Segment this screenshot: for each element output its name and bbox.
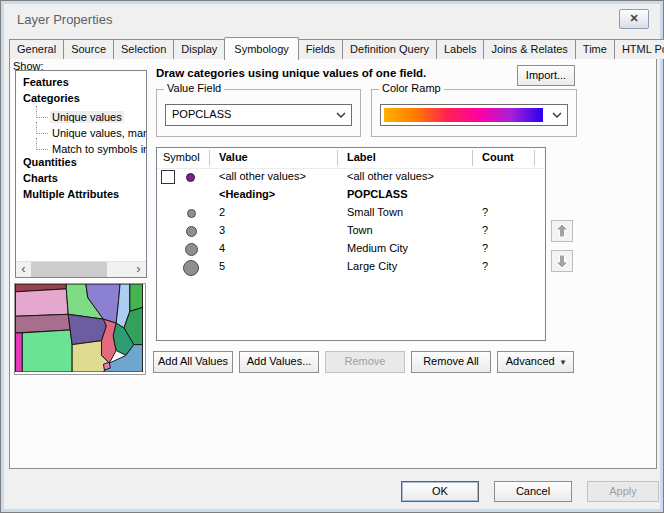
value-field-value: POPCLASS — [172, 108, 231, 120]
value-field-label: Value Field — [164, 82, 224, 94]
move-down-button[interactable] — [551, 250, 573, 272]
table-row[interactable]: 4 Medium City ? — [157, 240, 545, 258]
tree-item-quantities[interactable]: Quantities — [16, 154, 146, 170]
tree-item-categories[interactable]: Categories — [16, 90, 146, 106]
tab-source[interactable]: Source — [63, 39, 114, 59]
unique-values-table: Symbol Value Label Count <all other valu… — [156, 147, 546, 341]
graduated-symbol[interactable] — [185, 243, 198, 256]
all-other-values-checkbox[interactable] — [161, 170, 175, 184]
tree-horizontal-scrollbar[interactable]: ‹ › — [16, 261, 146, 277]
chevron-down-icon — [336, 112, 346, 118]
graduated-symbol[interactable] — [186, 226, 197, 237]
column-header-symbol[interactable]: Symbol — [163, 151, 200, 163]
close-icon[interactable]: ✕ — [619, 9, 649, 29]
arrow-down-icon — [552, 251, 572, 271]
tree-item-match-to-symbols[interactable]: Match to symbols in a — [16, 138, 146, 154]
table-row[interactable]: 5 Large City ? — [157, 258, 545, 276]
advanced-button-label: Advanced — [506, 355, 555, 367]
column-header-label[interactable]: Label — [347, 151, 376, 163]
tab-general[interactable]: General — [9, 39, 64, 59]
tree-item-charts[interactable]: Charts — [16, 170, 146, 186]
color-ramp-combobox[interactable] — [380, 104, 568, 126]
tab-time[interactable]: Time — [575, 39, 615, 59]
cancel-button[interactable]: Cancel — [494, 481, 572, 502]
graduated-symbol[interactable] — [183, 260, 199, 276]
column-divider — [472, 150, 473, 166]
color-ramp-label: Color Ramp — [379, 82, 444, 94]
column-divider — [337, 150, 338, 166]
arrow-up-icon — [552, 221, 572, 241]
graduated-symbol[interactable] — [187, 209, 196, 218]
table-row[interactable]: 2 Small Town ? — [157, 204, 545, 222]
table-header: Symbol Value Label Count — [157, 148, 545, 169]
table-row[interactable]: <all other values> <all other values> — [157, 168, 545, 186]
tree-item-features[interactable]: Features — [16, 74, 146, 90]
scroll-left-icon[interactable]: ‹ — [16, 262, 31, 277]
apply-button[interactable]: Apply — [587, 481, 659, 502]
tab-joins-relates[interactable]: Joins & Relates — [483, 39, 575, 59]
tab-html-popup[interactable]: HTML Popup — [614, 39, 664, 59]
tab-selection[interactable]: Selection — [113, 39, 174, 59]
color-ramp-swatch — [384, 108, 543, 122]
tab-strip: General Source Selection Display Symbolo… — [9, 37, 655, 59]
tree-branch-icon — [36, 138, 48, 150]
tab-display[interactable]: Display — [173, 39, 225, 59]
tree-item-unique-values[interactable]: Unique values — [16, 106, 146, 122]
tree-branch-icon — [36, 106, 48, 118]
column-divider — [534, 150, 535, 166]
point-symbol[interactable] — [186, 173, 195, 182]
scrollbar-thumb[interactable] — [31, 262, 107, 277]
window-title: Layer Properties — [17, 12, 112, 27]
tab-fields[interactable]: Fields — [298, 39, 343, 59]
map-preview — [14, 283, 146, 375]
import-button[interactable]: Import... — [517, 65, 575, 86]
table-row[interactable]: 3 Town ? — [157, 222, 545, 240]
value-field-combobox[interactable]: POPCLASS — [165, 104, 352, 126]
title-bar: Layer Properties ✕ — [5, 5, 659, 32]
tree-branch-icon — [36, 122, 48, 134]
tab-labels[interactable]: Labels — [436, 39, 484, 59]
layer-properties-dialog: Layer Properties ✕ General Source Select… — [0, 0, 664, 513]
map-preview-image — [15, 284, 143, 372]
scroll-right-icon[interactable]: › — [131, 262, 146, 277]
remove-all-button[interactable]: Remove All — [411, 351, 491, 373]
column-header-count[interactable]: Count — [482, 151, 514, 163]
method-description: Draw categories using unique values of o… — [156, 67, 426, 79]
remove-button[interactable]: Remove — [325, 351, 405, 373]
table-row[interactable]: <Heading> POPCLASS — [157, 186, 545, 204]
column-divider — [209, 150, 210, 166]
symbology-tab-page: Show: Features Categories Unique values … — [9, 58, 657, 469]
color-ramp-group: Color Ramp — [371, 89, 577, 137]
ok-button[interactable]: OK — [401, 481, 479, 502]
tree-item-multiple-attributes[interactable]: Multiple Attributes — [16, 186, 146, 202]
value-field-group: Value Field POPCLASS — [156, 89, 361, 137]
tree-item-unique-values-many[interactable]: Unique values, many — [16, 122, 146, 138]
add-values-button[interactable]: Add Values... — [239, 351, 319, 373]
advanced-button[interactable]: Advanced▾ — [497, 351, 574, 373]
menu-caret-icon: ▾ — [561, 357, 566, 367]
column-header-value[interactable]: Value — [219, 151, 248, 163]
move-up-button[interactable] — [551, 220, 573, 242]
add-all-values-button[interactable]: Add All Values — [153, 351, 233, 373]
chevron-down-icon — [552, 112, 562, 118]
tab-definition-query[interactable]: Definition Query — [342, 39, 437, 59]
tab-symbology[interactable]: Symbology — [224, 37, 298, 60]
show-tree: Features Categories Unique values Unique… — [15, 70, 147, 278]
